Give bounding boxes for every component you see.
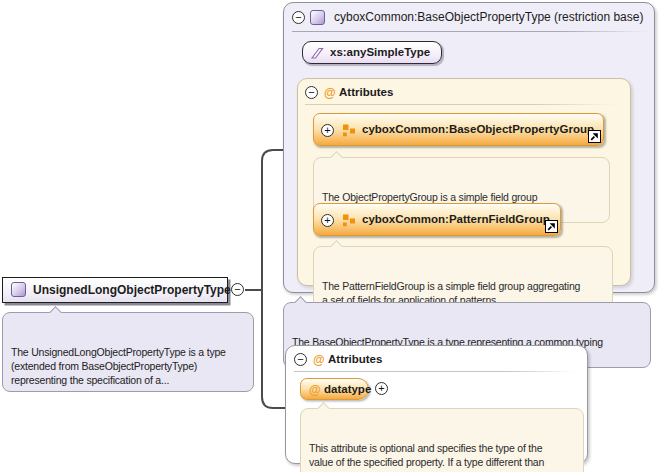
plus-glyph: + xyxy=(378,383,384,394)
attributes-header: Attributes xyxy=(328,353,382,365)
minus-glyph: − xyxy=(234,284,240,295)
plus-glyph: + xyxy=(324,215,330,226)
complex-type-icon xyxy=(310,10,325,25)
attribute-at-icon: @ xyxy=(309,384,321,396)
callout-notch xyxy=(317,402,330,415)
minus-glyph: − xyxy=(295,12,301,23)
attributes-section: − @ Attributes + cyboxCommon:BaseObjectP… xyxy=(297,78,631,286)
group-name: cyboxCommon:PatternFieldGroup xyxy=(362,213,550,225)
expand-icon[interactable]: + xyxy=(321,214,334,227)
element-box[interactable]: UnsignedLongObjectPropertyType xyxy=(2,277,228,303)
minus-glyph: − xyxy=(297,354,303,365)
attribute-at-icon: @ xyxy=(324,87,336,99)
group-name: cyboxCommon:BaseObjectPropertyGroup xyxy=(362,123,594,135)
collapse-icon[interactable]: − xyxy=(305,86,318,99)
callout-notch xyxy=(330,151,343,164)
attributes-panel: − @ Attributes @ datatype + This attribu… xyxy=(285,345,588,464)
attribute-name: datatype xyxy=(324,383,371,395)
base-type-panel: − cyboxCommon:BaseObjectPropertyType (re… xyxy=(283,2,655,293)
attribute-datatype[interactable]: @ datatype xyxy=(300,378,369,400)
element-tooltip: The UnsignedLongObjectPropertyType is a … xyxy=(2,312,254,392)
divider xyxy=(292,31,648,32)
expand-icon[interactable]: + xyxy=(375,382,388,395)
divider xyxy=(305,104,617,105)
collapse-icon[interactable]: − xyxy=(231,283,244,296)
base-type-title: cyboxCommon:BaseObjectPropertyType (rest… xyxy=(334,10,643,25)
attributes-header: Attributes xyxy=(339,86,393,98)
callout-notch xyxy=(330,240,343,253)
collapse-icon[interactable]: − xyxy=(294,353,307,366)
element-title: UnsignedLongObjectPropertyType xyxy=(33,283,231,297)
element-tooltip-text: The UnsignedLongObjectPropertyType is a … xyxy=(11,346,226,386)
divider xyxy=(294,371,576,372)
plus-glyph: + xyxy=(324,125,330,136)
attribute-description-text: This attribute is optional and specifies… xyxy=(309,442,544,472)
complex-type-icon xyxy=(11,282,26,297)
simple-type-icon xyxy=(310,46,324,60)
schema-diagram: − cyboxCommon:BaseObjectPropertyType (re… xyxy=(0,0,663,472)
group-icon xyxy=(342,214,356,228)
collapse-icon[interactable]: − xyxy=(292,11,305,24)
attribute-group-patternfieldgroup[interactable]: + cyboxCommon:PatternFieldGroup xyxy=(313,203,561,236)
attribute-description: This attribute is optional and specifies… xyxy=(300,408,584,472)
minus-glyph: − xyxy=(308,87,314,98)
simple-type-box[interactable]: xs:anySimpleType xyxy=(302,41,442,64)
attribute-group-baseobjectpropertygroup[interactable]: + cyboxCommon:BaseObjectPropertyGroup xyxy=(313,113,604,146)
simple-type-label: xs:anySimpleType xyxy=(330,46,430,58)
jump-to-definition-icon[interactable] xyxy=(545,220,558,233)
group-icon xyxy=(342,124,356,138)
attribute-at-icon: @ xyxy=(313,354,325,366)
jump-to-definition-icon[interactable] xyxy=(588,130,601,143)
expand-icon[interactable]: + xyxy=(321,124,334,137)
